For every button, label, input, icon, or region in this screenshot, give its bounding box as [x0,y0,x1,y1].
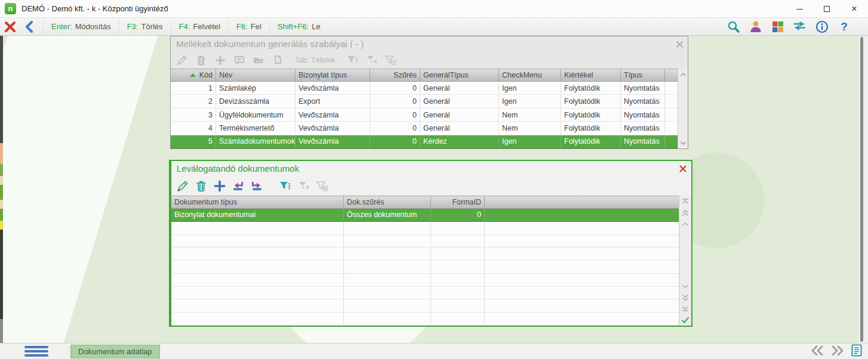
filter-clear-button [365,54,378,67]
archive-icon [253,54,264,66]
table-row[interactable]: 1 Számlakép Vevőszámla 0 Generál Igen Fo… [171,82,678,95]
chevron-up-icon [680,72,687,77]
scroll-up-button[interactable] [678,69,688,80]
cell-szures: 0 [370,82,420,94]
panel1-scrollbar[interactable] [678,69,688,148]
table-row-empty[interactable] [171,222,679,235]
column-header-generaltipus[interactable]: GenerálTípus [420,69,499,81]
cell-kod: 4 [171,122,216,134]
shortcut-f6-fel[interactable]: F6: Fel [228,20,269,33]
shortcut-label: Törlés [141,22,162,31]
info-button[interactable] [815,20,829,34]
scroll-page-down-button[interactable] [679,292,692,303]
cell-formaid: 0 [431,209,485,221]
copy-button [271,54,284,67]
help-button[interactable]: ? [837,20,851,34]
search-button[interactable] [727,20,741,34]
table-row-selected[interactable]: Bizonylat dokumentumai Összes dokumentum… [171,209,679,222]
shortcut-enter-modositas[interactable]: Enter: Módosítás [43,20,119,33]
maximize-button[interactable] [813,0,841,18]
user-icon [749,20,762,33]
close-button[interactable]: × [841,0,868,18]
cell-checkmenu: Nem [499,109,561,121]
column-header-dokumentum-tipus[interactable]: Dokumentum típus [171,196,344,208]
add-icon [213,180,226,193]
panel1-close-button[interactable] [674,39,685,49]
move-left-button[interactable] [232,180,245,193]
abort-button[interactable] [0,20,20,33]
shortcut-f4-felvetel[interactable]: F4: Felvétel [171,20,228,33]
scroll-down-button[interactable] [678,137,688,148]
panel2-scrollbar[interactable] [679,196,691,326]
table-row-empty[interactable] [171,274,679,287]
column-header-checkmenu[interactable]: CheckMenu [499,69,561,81]
next-page-button[interactable] [831,345,844,358]
add-button[interactable] [213,180,226,193]
table-row-empty[interactable] [171,261,679,274]
filter-icon [279,180,292,193]
cell-filler [665,135,678,148]
apps-grid-icon [772,21,784,33]
document-view-button[interactable] [851,344,862,359]
table-row[interactable]: 3 Ügyféldokumentum Vevőszámla 0 Generál … [171,109,678,122]
prev-page-button[interactable] [811,345,824,358]
scroll-to-top-button[interactable] [679,196,692,207]
modules-button[interactable] [771,20,785,34]
column-header-filler [665,69,678,81]
table-row-empty[interactable] [171,299,679,312]
scroll-page-up-button[interactable] [679,207,692,218]
status-tab-label: Dokumentum adatlap [78,347,152,356]
edit-button[interactable] [176,180,189,193]
scrollbar-thumb[interactable] [860,37,863,342]
window-scrollbar[interactable] [858,36,868,343]
table-row-selected[interactable]: 5 Számladokumentumok Vevőszámla 0 Kérdez… [171,135,678,148]
table-row-empty[interactable] [171,287,679,300]
scroll-to-bottom-button[interactable] [679,303,692,314]
scroll-down-button[interactable] [679,280,692,292]
table-row-empty[interactable] [171,247,679,261]
close-icon [676,41,684,48]
table-row-empty[interactable] [171,312,679,326]
move-right-button[interactable] [250,180,263,193]
close-icon [679,165,687,173]
shortcut-label: Módosítás [75,22,111,31]
back-button[interactable] [20,21,38,33]
menu-button[interactable] [18,345,55,358]
confirm-button[interactable] [679,314,692,326]
shortcut-shiftf6-le[interactable]: Shift+F6: Le [269,20,328,33]
cell-bizonylat: Vevőszámla [296,122,370,134]
table-row-empty[interactable] [171,235,679,248]
filter-button[interactable] [279,180,292,193]
table-row[interactable]: 4 Termékismertető Vevőszámla 0 Generál N… [171,122,678,135]
shortcut-key: F4: [179,22,190,31]
shortcut-f3-torles[interactable]: F3: Törlés [119,20,171,33]
scroll-up-button[interactable] [679,218,692,230]
filter-clear-button [297,180,310,193]
menu-icon [24,346,48,348]
column-header-formaid[interactable]: FormaID [431,196,485,208]
panel1-header: Mellékelt dokumentum generálás szabályai… [171,36,688,51]
cell-generaltipus: Generál [420,82,499,94]
panel2-close-button[interactable] [678,163,688,174]
table-row[interactable]: 2 Devizásszámla Export 0 Generál Igen Fo… [171,95,678,108]
cell-nev: Termékismertető [216,122,296,134]
user-button[interactable] [749,20,763,34]
cell-bizonylat: Vevőszámla [296,82,370,94]
minimize-button[interactable] [786,0,813,18]
column-header-dok-szures[interactable]: Dok.szűrés [344,196,431,208]
cell-tipus: Nyomtatás [621,122,665,134]
column-header-kiertekel[interactable]: Kiértékel [561,69,621,81]
column-header-kod[interactable]: Kód [171,69,216,81]
document-icon [851,344,862,357]
column-header-szures[interactable]: Szűrés [370,69,420,81]
tab-dokumentum-adatlap[interactable]: Dokumentum adatlap [70,345,160,358]
delete-button[interactable] [195,180,208,193]
column-header-nev[interactable]: Név [216,69,296,81]
cell-nev: Számlakép [216,82,296,94]
cell-checkmenu: Igen [499,82,561,94]
maximize-icon [824,6,830,12]
column-header-tipus[interactable]: Típus [621,69,665,81]
column-header-bizonylat-tipus[interactable]: Bizonylat típus [296,69,370,81]
cell-bizonylat: Vevőszámla [296,109,370,121]
switch-button[interactable] [793,20,807,34]
